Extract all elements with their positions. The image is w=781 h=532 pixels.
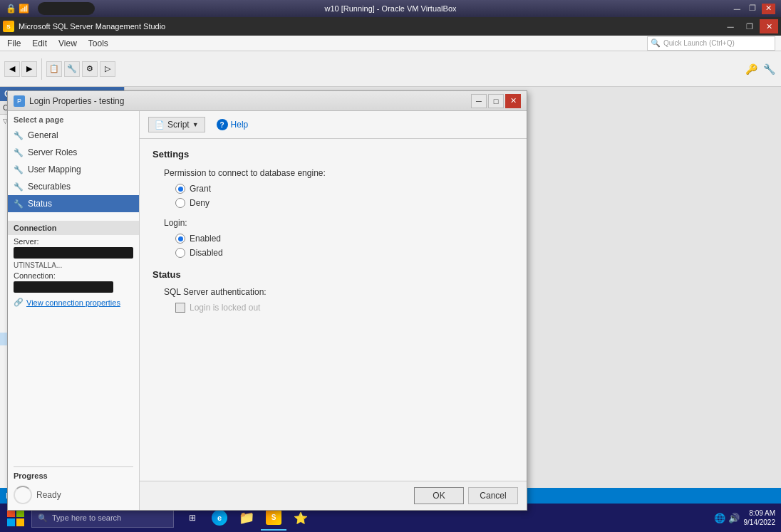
menu-view[interactable]: View: [53, 37, 83, 50]
deny-option[interactable]: Deny: [175, 198, 514, 208]
cancel-button[interactable]: Cancel: [468, 487, 518, 504]
page-status[interactable]: 🔧 Status: [8, 195, 139, 212]
dialog-titlebar: P Login Properties - testing ─ □ ✕: [8, 91, 527, 111]
progress-section: Progress Ready: [8, 461, 139, 510]
quick-launch-box[interactable]: 🔍 Quick Launch (Ctrl+Q): [647, 36, 775, 51]
login-properties-dialog: P Login Properties - testing ─ □ ✕ Selec…: [7, 90, 527, 511]
dialog-body: Select a page 🔧 General 🔧 Server Roles 🔧…: [8, 111, 527, 510]
dialog-left-panel: Select a page 🔧 General 🔧 Server Roles 🔧…: [8, 111, 140, 510]
ssms-restore-btn[interactable]: ❐: [740, 19, 759, 33]
search-taskbar-icon: 🔍: [38, 513, 48, 523]
disabled-option[interactable]: Disabled: [175, 248, 514, 258]
user-mapping-page-icon: 🔧: [14, 165, 24, 174]
grant-radio[interactable]: [175, 184, 185, 194]
ok-button[interactable]: OK: [414, 487, 464, 504]
progress-spinner: [14, 486, 32, 504]
script-icon: 📄: [155, 120, 165, 130]
permission-label: Permission to connect to database engine…: [164, 168, 514, 178]
grant-option[interactable]: Grant: [175, 184, 514, 194]
enabled-option[interactable]: Enabled: [175, 234, 514, 244]
vbox-title: w10 [Running] - Oracle VM VirtualBox: [324, 4, 456, 13]
locked-out-option[interactable]: Login is locked out: [175, 303, 514, 313]
connection-field-label: Connection:: [8, 269, 139, 281]
toolbar-icon-3[interactable]: ⚙: [82, 61, 98, 77]
dialog-maximize-btn[interactable]: □: [488, 94, 504, 108]
page-general[interactable]: 🔧 General: [8, 127, 139, 144]
view-conn-props-btn[interactable]: 🔗 View connection properties: [8, 296, 139, 309]
ssms-close-btn[interactable]: ✕: [760, 19, 778, 33]
dialog-right-panel: 📄 Script ▼ ? Help Settings: [140, 111, 527, 510]
progress-status-text: Ready: [36, 490, 61, 500]
vbox-close[interactable]: ✕: [762, 4, 775, 14]
deny-label: Deny: [190, 198, 210, 208]
dialog-title-icon: P: [14, 95, 25, 107]
menu-file[interactable]: File: [1, 37, 26, 50]
quick-launch-placeholder: Quick Launch (Ctrl+Q): [663, 39, 735, 47]
search-icon: 🔍: [651, 38, 661, 48]
toolbar-btn-1[interactable]: ◀: [4, 61, 20, 77]
toolbar-btn-2[interactable]: ▶: [21, 61, 37, 77]
dialog-footer: OK Cancel: [140, 481, 527, 510]
main-content: Object Explorer Connect ▼ ⟳ ⊞ ≡ ▽ 🖥 WIN-…: [0, 87, 781, 488]
toolbar-right-icon-2[interactable]: 🔧: [761, 61, 777, 77]
toolbar-icon-4[interactable]: ▷: [100, 61, 115, 77]
toolbar-icon-2[interactable]: 🔧: [64, 61, 80, 77]
system-tray-icons: 🌐 🔊: [714, 513, 740, 523]
securables-page-icon: 🔧: [14, 182, 24, 192]
connection-section-header: Connection: [8, 221, 139, 235]
dialog-title-text: Login Properties - testing: [29, 96, 124, 106]
help-button[interactable]: ? Help: [211, 117, 254, 132]
clock[interactable]: 8:09 AM 9/14/2022: [744, 508, 776, 527]
vbox-minimize[interactable]: ─: [731, 4, 743, 14]
search-taskbar-placeholder: Type here to search: [52, 513, 121, 522]
select-page-label: Select a page: [8, 111, 139, 127]
toolbar-icon-1[interactable]: 📋: [46, 61, 62, 77]
help-icon: ?: [217, 119, 228, 130]
general-page-icon: 🔧: [14, 131, 24, 140]
ssms-title: Microsoft SQL Server Management Studio: [19, 22, 165, 31]
toolbar-right-icon-1[interactable]: 🔑: [743, 61, 759, 77]
server-field-label: Server:: [8, 235, 139, 246]
deny-radio[interactable]: [175, 198, 185, 208]
speaker-icon[interactable]: 🔊: [728, 513, 740, 523]
ssms-minimize-btn[interactable]: ─: [721, 19, 740, 33]
disabled-radio[interactable]: [175, 248, 185, 258]
vbox-restore[interactable]: ❐: [746, 4, 759, 14]
dialog-close-btn[interactable]: ✕: [505, 94, 521, 108]
taskbar-system-tray: 🌐 🔊 8:09 AM 9/14/2022: [714, 508, 779, 527]
login-section-label: Login:: [164, 218, 514, 228]
time-display: 8:09 AM: [744, 508, 776, 518]
ssms-app-icon: S: [3, 21, 14, 32]
server-roles-page-icon: 🔧: [14, 148, 24, 157]
menu-tools[interactable]: Tools: [83, 37, 114, 50]
date-display: 9/14/2022: [744, 518, 776, 527]
search-bar-taskbar[interactable]: 🔍 Type here to search: [31, 508, 174, 528]
settings-content: Settings Permission to connect to databa…: [140, 139, 527, 481]
server-value-text: UTINSTALLA...: [8, 261, 139, 269]
menu-edit[interactable]: Edit: [26, 37, 53, 50]
progress-header: Progress: [14, 466, 133, 481]
status-page-icon: 🔧: [14, 199, 24, 209]
locked-out-label: Login is locked out: [190, 303, 260, 313]
locked-out-checkbox[interactable]: [175, 303, 185, 313]
connection-value-bar: [14, 281, 113, 293]
windows-logo: [7, 509, 24, 526]
settings-title: Settings: [152, 149, 514, 160]
page-server-roles[interactable]: 🔧 Server Roles: [8, 144, 139, 161]
toolbar-icons: 📋 🔧 ⚙ ▷: [46, 61, 115, 77]
disabled-label: Disabled: [190, 248, 223, 258]
page-securables[interactable]: 🔧 Securables: [8, 178, 139, 195]
enabled-label: Enabled: [190, 234, 221, 244]
dialog-minimize-btn[interactable]: ─: [471, 94, 487, 108]
network-icon[interactable]: 🌐: [714, 513, 725, 523]
toolbar: ◀ ▶ 📋 🔧 ⚙ ▷ 🔑 🔧: [0, 51, 781, 87]
grant-label: Grant: [190, 184, 211, 194]
script-button[interactable]: 📄 Script ▼: [148, 117, 205, 132]
enabled-radio[interactable]: [175, 234, 185, 244]
page-user-mapping[interactable]: 🔧 User Mapping: [8, 161, 139, 178]
server-value-bar: [14, 247, 133, 259]
view-conn-icon: 🔗: [14, 298, 24, 307]
sql-auth-label: SQL Server authentication:: [164, 287, 514, 297]
toolbar-btns: ◀ ▶: [4, 61, 37, 77]
menu-bar: File Edit View Tools 🔍 Quick Launch (Ctr…: [0, 36, 781, 51]
